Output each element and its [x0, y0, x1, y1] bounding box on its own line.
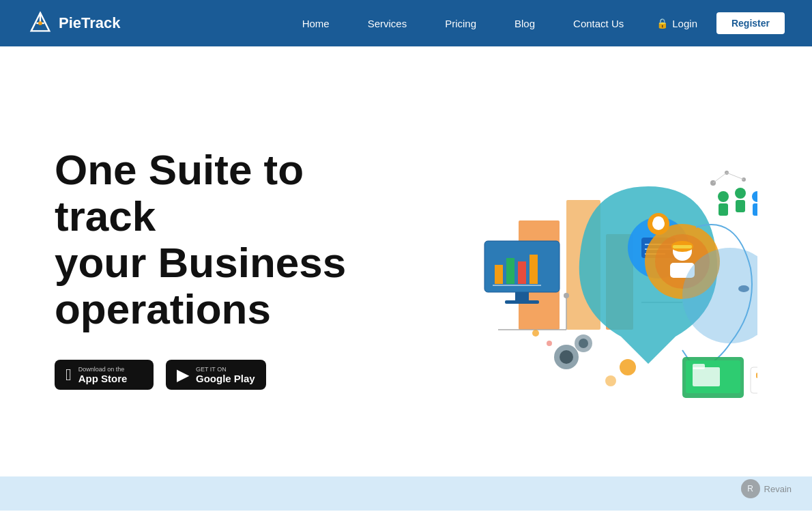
svg-point-26 — [653, 216, 664, 227]
navbar-links: Home Services Pricing Blog Contact Us 🔒 … — [283, 0, 785, 46]
svg-rect-16 — [518, 261, 526, 284]
navbar: PieTrack Home Services Pricing Blog Cont… — [0, 0, 812, 46]
app-store-large: App Store — [78, 373, 128, 384]
nav-blog[interactable]: Blog — [495, 0, 554, 46]
svg-point-35 — [718, 191, 729, 202]
svg-point-47 — [560, 350, 573, 364]
nav-services[interactable]: Services — [349, 0, 426, 46]
svg-point-63 — [547, 341, 552, 346]
login-link[interactable]: 🔒 Login — [643, 0, 711, 46]
hero-heading-line2: your Business — [55, 239, 346, 286]
svg-point-62 — [532, 330, 539, 337]
svg-rect-12 — [515, 292, 529, 300]
hero-text: One Suite to track your Business operati… — [55, 147, 409, 390]
illustration-svg — [430, 132, 757, 405]
nav-contact-us[interactable]: Contact Us — [554, 0, 643, 46]
logo-icon — [27, 10, 53, 36]
svg-point-51 — [605, 375, 616, 386]
svg-line-45 — [727, 173, 744, 180]
svg-rect-13 — [505, 300, 539, 304]
svg-point-3 — [38, 21, 42, 25]
nav-home[interactable]: Home — [283, 0, 349, 46]
google-play-badge[interactable]: ▶ GET IT ON Google Play — [166, 360, 266, 390]
google-play-small: GET IT ON — [196, 366, 255, 373]
svg-line-44 — [713, 173, 727, 183]
hero-illustration — [430, 132, 757, 405]
revain-icon: R — [741, 479, 760, 498]
svg-rect-54 — [693, 367, 720, 386]
svg-rect-40 — [753, 203, 757, 216]
svg-rect-36 — [719, 203, 728, 216]
login-label: Login — [672, 18, 697, 29]
hero-section: One Suite to track your Business operati… — [0, 46, 812, 476]
svg-point-37 — [735, 188, 746, 199]
hero-heading: One Suite to track your Business operati… — [55, 147, 409, 333]
google-play-large: Google Play — [196, 373, 255, 384]
app-store-small: Download on the — [78, 366, 128, 373]
revain-watermark: R Revain — [741, 479, 792, 498]
svg-rect-56 — [751, 367, 757, 393]
footer-bar: R Revain — [0, 476, 812, 511]
register-button[interactable]: Register — [716, 12, 785, 34]
nav-pricing[interactable]: Pricing — [426, 0, 495, 46]
logo-text: PieTrack — [59, 14, 121, 32]
app-store-badge[interactable]:  Download on the App Store — [55, 360, 154, 390]
hero-heading-line3: operations — [55, 285, 271, 332]
apple-icon:  — [66, 365, 72, 384]
svg-point-34 — [738, 285, 749, 292]
svg-rect-58 — [756, 373, 757, 378]
svg-point-9 — [564, 293, 569, 298]
logo-link[interactable]: PieTrack — [27, 10, 121, 36]
svg-rect-15 — [506, 258, 514, 284]
svg-point-49 — [579, 339, 588, 348]
svg-rect-17 — [530, 255, 538, 284]
svg-point-39 — [752, 191, 757, 202]
hero-heading-line1: One Suite to track — [55, 146, 304, 240]
svg-point-50 — [620, 359, 636, 375]
svg-rect-14 — [495, 265, 503, 284]
svg-rect-32 — [673, 245, 692, 248]
google-play-icon: ▶ — [177, 365, 189, 384]
lock-icon: 🔒 — [656, 18, 668, 29]
revain-label: Revain — [764, 484, 792, 494]
svg-rect-38 — [736, 200, 745, 212]
hero-buttons:  Download on the App Store ▶ GET IT ON … — [55, 360, 409, 390]
svg-rect-55 — [693, 364, 705, 369]
